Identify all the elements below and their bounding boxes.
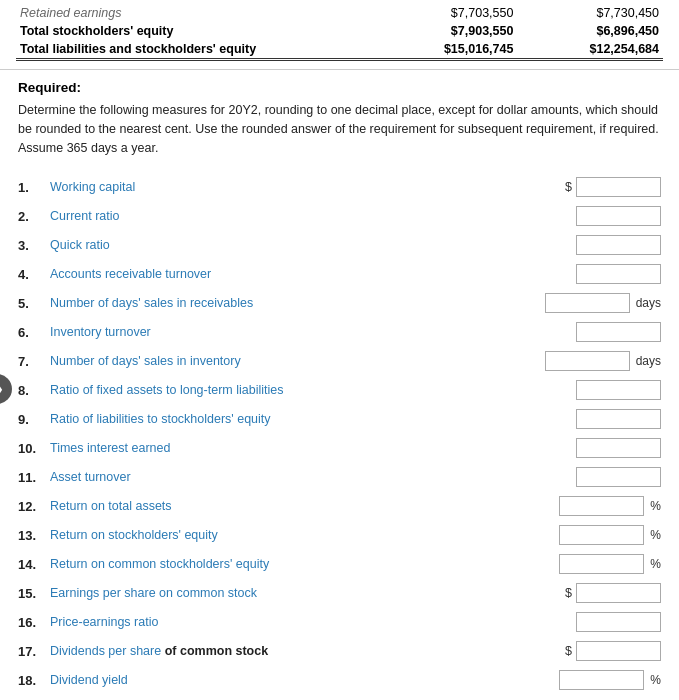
days-sales-receivables-input[interactable] <box>545 293 630 313</box>
item-input-area <box>576 235 661 255</box>
list-item: 1. Working capital $ <box>18 175 661 199</box>
required-title: Required: <box>18 80 661 95</box>
days-unit: days <box>636 354 661 368</box>
return-stockholders-equity-input[interactable] <box>559 525 644 545</box>
item-label[interactable]: Working capital <box>50 180 557 194</box>
item-number: 1. <box>18 180 50 195</box>
list-item: 2. Current ratio <box>18 204 661 228</box>
retained-earnings-val2: $7,730,450 <box>517 4 663 22</box>
list-item: 14. Return on common stockholders' equit… <box>18 552 661 576</box>
pe-ratio-input[interactable] <box>576 612 661 632</box>
item-number: 9. <box>18 412 50 427</box>
dividends-per-share-input[interactable] <box>576 641 661 661</box>
item-input-area: % <box>559 496 661 516</box>
list-item: 18. Dividend yield % <box>18 668 661 692</box>
dividend-yield-input[interactable] <box>559 670 644 690</box>
item-number: 6. <box>18 325 50 340</box>
item-number: 5. <box>18 296 50 311</box>
item-input-area <box>576 409 661 429</box>
liabilities-equity-ratio-input[interactable] <box>576 409 661 429</box>
list-item: 8. Ratio of fixed assets to long-term li… <box>18 378 661 402</box>
item-input-area <box>576 380 661 400</box>
current-ratio-input[interactable] <box>576 206 661 226</box>
item-input-area: $ <box>565 177 661 197</box>
item-input-area <box>576 467 661 487</box>
ar-turnover-input[interactable] <box>576 264 661 284</box>
item-label[interactable]: Return on stockholders' equity <box>50 528 551 542</box>
list-item: 5. Number of days' sales in receivables … <box>18 291 661 315</box>
asset-turnover-input[interactable] <box>576 467 661 487</box>
percent-unit: % <box>650 499 661 513</box>
item-label[interactable]: Dividends per share of common stock <box>50 644 557 658</box>
balance-sheet-table: Retained earnings $7,703,550 $7,730,450 … <box>0 0 679 70</box>
item-input-area: % <box>559 554 661 574</box>
item-input-area: $ <box>565 583 661 603</box>
item-number: 8. <box>18 383 50 398</box>
eps-input[interactable] <box>576 583 661 603</box>
item-number: 11. <box>18 470 50 485</box>
item-label[interactable]: Accounts receivable turnover <box>50 267 568 281</box>
list-item: 10. Times interest earned <box>18 436 661 460</box>
stockholders-equity-row: Total stockholders' equity $7,903,550 $6… <box>16 22 663 40</box>
item-label[interactable]: Times interest earned <box>50 441 568 455</box>
item-input-area <box>576 322 661 342</box>
dollar-prefix: $ <box>565 180 572 194</box>
list-item: 12. Return on total assets % <box>18 494 661 518</box>
item-input-area: $ <box>565 641 661 661</box>
item-label[interactable]: Price-earnings ratio <box>50 615 568 629</box>
list-item: 15. Earnings per share on common stock $ <box>18 581 661 605</box>
item-label[interactable]: Dividend yield <box>50 673 551 687</box>
list-item: 6. Inventory turnover <box>18 320 661 344</box>
measures-list: 1. Working capital $ 2. Current ratio 3.… <box>0 175 679 692</box>
total-liabilities-label: Total liabilities and stockholders' equi… <box>16 40 372 60</box>
return-common-equity-input[interactable] <box>559 554 644 574</box>
item-input-area: % <box>559 525 661 545</box>
item-input-area <box>576 438 661 458</box>
list-item: 17. Dividends per share of common stock … <box>18 639 661 663</box>
quick-ratio-input[interactable] <box>576 235 661 255</box>
item-number: 15. <box>18 586 50 601</box>
list-item: 9. Ratio of liabilities to stockholders'… <box>18 407 661 431</box>
chevron-right-icon: ❯ <box>0 379 4 398</box>
list-item: 13. Return on stockholders' equity % <box>18 523 661 547</box>
item-input-area: days <box>545 293 661 313</box>
bold-label-part: of common stock <box>165 644 269 658</box>
item-number: 3. <box>18 238 50 253</box>
item-number: 4. <box>18 267 50 282</box>
item-label[interactable]: Inventory turnover <box>50 325 568 339</box>
stockholders-equity-val2: $6,896,450 <box>517 22 663 40</box>
item-label[interactable]: Ratio of liabilities to stockholders' eq… <box>50 412 568 426</box>
fixed-assets-ratio-input[interactable] <box>576 380 661 400</box>
working-capital-input[interactable] <box>576 177 661 197</box>
item-number: 7. <box>18 354 50 369</box>
item-number: 10. <box>18 441 50 456</box>
item-input-area <box>576 612 661 632</box>
item-label[interactable]: Return on common stockholders' equity <box>50 557 551 571</box>
item-label[interactable]: Ratio of fixed assets to long-term liabi… <box>50 383 568 397</box>
times-interest-earned-input[interactable] <box>576 438 661 458</box>
retained-earnings-val1: $7,703,550 <box>372 4 518 22</box>
item-label[interactable]: Quick ratio <box>50 238 568 252</box>
item-input-area: % <box>559 670 661 690</box>
total-liabilities-row: Total liabilities and stockholders' equi… <box>16 40 663 60</box>
percent-unit: % <box>650 673 661 687</box>
item-label[interactable]: Number of days' sales in receivables <box>50 296 537 310</box>
return-total-assets-input[interactable] <box>559 496 644 516</box>
inventory-turnover-input[interactable] <box>576 322 661 342</box>
item-input-area <box>576 206 661 226</box>
item-label[interactable]: Earnings per share on common stock <box>50 586 557 600</box>
item-input-area: days <box>545 351 661 371</box>
dollar-prefix: $ <box>565 644 572 658</box>
item-number: 16. <box>18 615 50 630</box>
list-item: 16. Price-earnings ratio <box>18 610 661 634</box>
percent-unit: % <box>650 557 661 571</box>
dollar-prefix: $ <box>565 586 572 600</box>
days-sales-inventory-input[interactable] <box>545 351 630 371</box>
list-item: 3. Quick ratio <box>18 233 661 257</box>
item-label[interactable]: Current ratio <box>50 209 568 223</box>
item-label[interactable]: Asset turnover <box>50 470 568 484</box>
item-input-area <box>576 264 661 284</box>
item-label[interactable]: Return on total assets <box>50 499 551 513</box>
item-number: 2. <box>18 209 50 224</box>
item-label[interactable]: Number of days' sales in inventory <box>50 354 537 368</box>
